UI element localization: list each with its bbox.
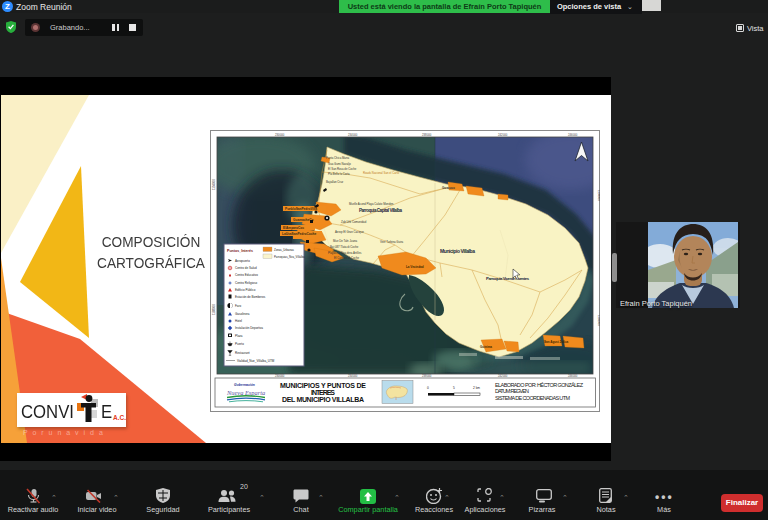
svg-text:Parroquias_Nva_Villalba: Parroquias_Nva_Villalba — [274, 255, 305, 259]
svg-text:0: 0 — [427, 386, 429, 390]
svg-text:1188000: 1188000 — [212, 304, 216, 315]
svg-text:230000: 230000 — [275, 133, 285, 137]
svg-text:Pla Bella la Carta: Pla Bella la Carta — [328, 172, 350, 176]
svg-text:Hotel: Hotel — [235, 319, 242, 323]
svg-text:Aeropuerto: Aeropuerto — [235, 259, 250, 263]
svg-text:Muelle Acond Playa Calato Mond: Muelle Acond Playa Calato Monden — [349, 202, 394, 206]
svg-text:246000: 246000 — [568, 374, 578, 378]
svg-text:SISTEMA DE COORDENADAS UTM: SISTEMA DE COORDENADAS UTM — [495, 395, 570, 401]
svg-text:5: 5 — [453, 386, 455, 390]
svg-text:Vialidad_Nue_Villalba_UTM: Vialidad_Nue_Villalba_UTM — [237, 359, 275, 363]
svg-text:Nueva Esparta: Nueva Esparta — [226, 389, 265, 396]
svg-text:Aerop El Gran Cacique: Aerop El Gran Cacique — [335, 230, 364, 234]
svg-text:Veel Turbina Guira: Veel Turbina Guira — [380, 240, 404, 244]
svg-text:238000: 238000 — [422, 133, 432, 137]
svg-text:San Agust Zulica: San Agust Zulica — [544, 340, 569, 344]
svg-text:PuebloSanPedroVilla: PuebloSanPedroVilla — [285, 207, 317, 211]
svg-text:Parroquia Capital Villalba: Parroquia Capital Villalba — [359, 208, 402, 213]
svg-text:2 km: 2 km — [473, 386, 480, 390]
svg-text:Faro: Faro — [235, 304, 242, 308]
svg-text:ElAmparoCoc: ElAmparoCoc — [283, 226, 304, 230]
svg-text:DEL MUNICIPIO VILLALBA: DEL MUNICIPIO VILLALBA — [282, 396, 364, 403]
svg-text:1194000: 1194000 — [597, 190, 601, 201]
svg-text:242000: 242000 — [498, 374, 508, 378]
svg-text:Plaza: Plaza — [235, 334, 243, 338]
svg-text:LaUvaSanPedroCoche: LaUvaSanPedroCoche — [282, 232, 316, 236]
svg-text:El San Rosa de Coche: El San Rosa de Coche — [328, 167, 357, 171]
svg-text:Centro Religioso: Centro Religioso — [235, 281, 258, 285]
svg-text:Instalación Deportiva: Instalación Deportiva — [235, 326, 263, 330]
svg-text:Punta Chica Mana: Punta Chica Mana — [326, 156, 349, 160]
svg-text:Zab Urb Comunidad: Zab Urb Comunidad — [341, 220, 367, 224]
svg-text:Zonas_Urbanas: Zonas_Urbanas — [274, 248, 295, 252]
svg-text:234000: 234000 — [348, 374, 358, 378]
svg-text:Estación de Bomberos: Estación de Bomberos — [235, 295, 266, 299]
svg-text:Centro Educativo: Centro Educativo — [235, 273, 258, 277]
svg-text:Restaurant: Restaurant — [235, 351, 250, 355]
svg-text:Gobernación: Gobernación — [234, 383, 255, 387]
svg-text:242000: 242000 — [498, 133, 508, 137]
svg-text:DATUM: REGVEN: DATUM: REGVEN — [495, 388, 529, 394]
svg-text:Mue De Taln Juana: Mue De Taln Juana — [333, 239, 357, 243]
svg-text:Bat 087 Tlata di Coche: Bat 087 Tlata di Coche — [330, 245, 359, 249]
svg-text:1194000: 1194000 — [212, 179, 216, 190]
svg-text:Centro de Salud: Centro de Salud — [235, 266, 257, 270]
svg-text:230000: 230000 — [275, 374, 285, 378]
svg-text:Playas La Uva dera Artilles: Playas La Uva dera Artilles — [328, 251, 362, 255]
svg-text:ELABORADO POR: HÉCTOR GONZÁLEZ: ELABORADO POR: HÉCTOR GONZÁLEZ — [495, 382, 584, 388]
svg-text:Bajiallan Cruz: Bajiallan Cruz — [326, 180, 344, 184]
svg-text:Gasolinera: Gasolinera — [235, 312, 250, 316]
svg-text:Puerto: Puerto — [235, 342, 244, 346]
svg-text:1188000: 1188000 — [597, 315, 601, 326]
svg-text:Municipio Villalba: Municipio Villalba — [440, 248, 475, 254]
svg-text:234000: 234000 — [348, 133, 358, 137]
svg-text:Edificio Público: Edificio Público — [235, 288, 256, 292]
svg-text:Roads Nacional San el Carto: Roads Nacional San el Carto — [363, 171, 400, 175]
svg-text:Parroquia Vicente Fuentes: Parroquia Vicente Fuentes — [486, 276, 530, 281]
svg-text:Guinima: Guinima — [480, 345, 492, 349]
svg-text:Puntos_Interés: Puntos_Interés — [227, 249, 253, 253]
svg-text:238000: 238000 — [422, 374, 432, 378]
svg-text:Gua Gumi Navaljo: Gua Gumi Navaljo — [328, 162, 351, 166]
svg-text:246000: 246000 — [568, 133, 578, 137]
svg-text:Guacuco: Guacuco — [442, 186, 455, 190]
svg-text:El Carmen di Coche: El Carmen di Coche — [334, 256, 359, 260]
svg-text:La Vecindad: La Vecindad — [406, 265, 424, 269]
